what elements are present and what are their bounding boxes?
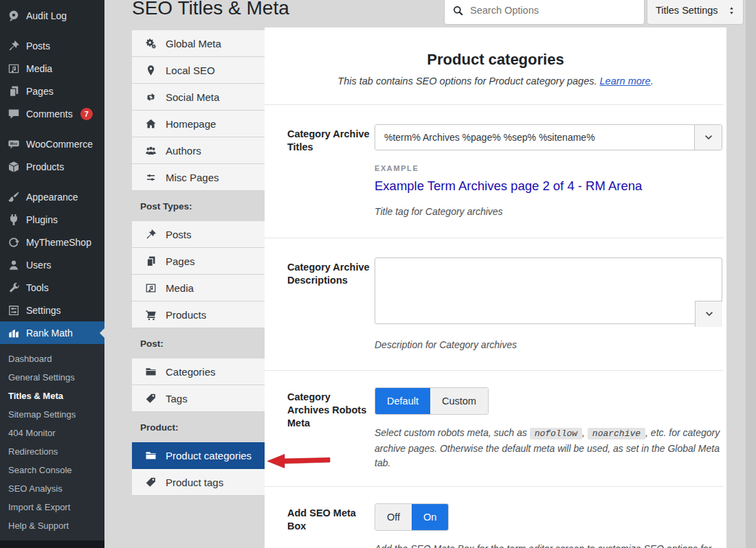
tab-posts[interactable]: Posts: [132, 221, 265, 248]
archive-descriptions-input-group: [375, 258, 722, 327]
panel-subtitle: This tab contains SEO options for Produc…: [265, 76, 726, 87]
tab-products[interactable]: Products: [132, 301, 265, 328]
menu-item-rank-math[interactable]: Rank Math: [0, 321, 104, 344]
learn-more-link[interactable]: Learn more: [600, 76, 651, 87]
pin-icon: [8, 40, 20, 52]
rankmath-icon: [8, 327, 20, 339]
tab-label: Local SEO: [166, 65, 215, 76]
search-options-box: [444, 0, 645, 25]
row-category-archive-descriptions: Category Archive Descriptions Descriptio…: [265, 238, 724, 371]
submenu-item-general-settings[interactable]: General Settings: [0, 368, 104, 387]
menu-item-pages[interactable]: Pages: [0, 80, 104, 102]
field-label: Category Archive Titles: [287, 124, 375, 220]
tab-label: Global Meta: [166, 38, 221, 49]
submenu-item-dashboard[interactable]: Dashboard: [0, 350, 104, 368]
scrollbar-track[interactable]: [746, 0, 756, 548]
menu-item-label: Plugins: [26, 214, 58, 225]
home-icon: [145, 118, 157, 130]
tab-misc-pages[interactable]: Misc Pages: [132, 164, 265, 191]
submenu-item-help-support[interactable]: Help & Support: [0, 516, 104, 535]
field-label: Add SEO Meta Box: [287, 503, 375, 548]
chevron-down-icon: [703, 132, 714, 143]
svg-text:Woo: Woo: [10, 141, 17, 145]
search-options-input[interactable]: [470, 5, 636, 16]
tab-media[interactable]: Media: [132, 275, 265, 301]
tab-local-seo[interactable]: Local SEO: [132, 57, 265, 84]
menu-item-label: Settings: [26, 305, 61, 316]
chevron-down-icon: [704, 308, 715, 319]
field-help: Description for Category archives: [375, 338, 722, 353]
submenu-item-import-export[interactable]: Import & Export: [0, 498, 104, 516]
rank-math-submenu: DashboardGeneral SettingsTitles & MetaSi…: [0, 344, 104, 542]
menu-item-products[interactable]: Products: [0, 155, 104, 178]
variables-dropdown-button[interactable]: [694, 125, 722, 150]
comments-count-badge: 7: [80, 108, 93, 120]
tab-tags[interactable]: Tags: [132, 385, 265, 412]
tab-label: Media: [166, 282, 194, 294]
tab-product-categories[interactable]: Product categories: [132, 442, 265, 469]
submenu-item-sitemap-settings[interactable]: Sitemap Settings: [0, 405, 104, 424]
folder-icon: [145, 450, 157, 461]
archive-titles-input[interactable]: [375, 125, 694, 150]
woocommerce-icon: Woo: [8, 138, 20, 150]
gears-icon: [145, 38, 157, 49]
tab-categories[interactable]: Categories: [132, 358, 265, 385]
tab-section-header-post: Post:: [132, 328, 265, 358]
row-category-archive-titles: Category Archive Titles EXAMPLE Example …: [265, 104, 724, 238]
tab-product-tags[interactable]: Product tags: [132, 469, 265, 496]
submenu-item-404-monitor[interactable]: 404 Monitor: [0, 424, 104, 442]
code-nofollow: nofollow: [530, 428, 582, 439]
tab-pages[interactable]: Pages: [132, 248, 265, 275]
menu-item-appearance[interactable]: Appearance: [0, 185, 104, 208]
menu-item-label: Pages: [26, 86, 54, 97]
help-text: ,: [582, 427, 588, 438]
robots-meta-option-custom[interactable]: Custom: [430, 388, 488, 414]
menu-item-label: Products: [26, 161, 64, 172]
tab-global-meta[interactable]: Global Meta: [132, 30, 265, 57]
tab-homepage[interactable]: Homepage: [132, 111, 265, 137]
submenu-item-search-console[interactable]: Search Console: [0, 461, 104, 479]
archive-titles-input-group: [375, 124, 722, 150]
menu-separator: [0, 125, 104, 133]
menu-item-plugins[interactable]: Plugins: [0, 208, 104, 231]
menu-separator: [0, 27, 104, 34]
menu-item-label: WooCommerce: [26, 139, 93, 150]
menu-item-comments[interactable]: Comments7: [0, 102, 104, 125]
brush-icon: [8, 191, 20, 203]
wp-admin-sidebar: Audit LogPostsMediaPagesComments7WooWooC…: [0, 0, 104, 548]
meta-box-option-off[interactable]: Off: [375, 504, 412, 530]
menu-item-audit-log[interactable]: Audit Log: [0, 4, 104, 27]
tab-label: Tags: [166, 393, 188, 404]
comments-icon: [8, 108, 20, 120]
settings-panel: Product categories This tab contains SEO…: [265, 27, 726, 548]
box-icon: [8, 161, 20, 173]
row-robots-meta: Category Archives Robots Meta DefaultCus…: [265, 370, 724, 486]
menu-item-users[interactable]: Users: [0, 253, 104, 276]
menu-item-woocommerce[interactable]: WooWooCommerce: [0, 133, 104, 155]
menu-item-media[interactable]: Media: [0, 57, 104, 80]
settings-section-select[interactable]: Titles Settings: [647, 0, 744, 25]
submenu-item-redirections[interactable]: Redirections: [0, 442, 104, 461]
tab-authors[interactable]: Authors: [132, 137, 265, 164]
serp-preview-title: Example Term Archives page 2 of 4 - RM A…: [375, 179, 722, 194]
archive-descriptions-textarea[interactable]: [375, 258, 722, 324]
tab-social-meta[interactable]: Social Meta: [132, 84, 265, 111]
tab-label: Social Meta: [166, 91, 219, 103]
menu-item-tools[interactable]: Tools: [0, 276, 104, 299]
tab-label: Product tags: [166, 477, 223, 488]
menu-item-settings[interactable]: Settings: [0, 299, 104, 321]
submenu-item-seo-analysis[interactable]: SEO Analysis: [0, 479, 104, 498]
variables-dropdown-button[interactable]: [695, 301, 722, 327]
menu-item-mythemeshop[interactable]: MyThemeShop: [0, 231, 104, 253]
meta-box-option-on[interactable]: On: [412, 504, 448, 530]
media-icon: [145, 282, 157, 294]
retweet-icon: [145, 91, 157, 103]
menu-item-posts[interactable]: Posts: [0, 34, 104, 57]
tab-label: Pages: [166, 255, 195, 267]
submenu-item-titles-meta[interactable]: Titles & Meta: [0, 387, 104, 405]
field-help: Add the SEO Meta Box for the term editor…: [375, 542, 722, 548]
group-icon: [145, 145, 157, 157]
media-icon: [8, 62, 20, 75]
plug-icon: [8, 214, 20, 226]
robots-meta-option-default[interactable]: Default: [375, 388, 430, 414]
